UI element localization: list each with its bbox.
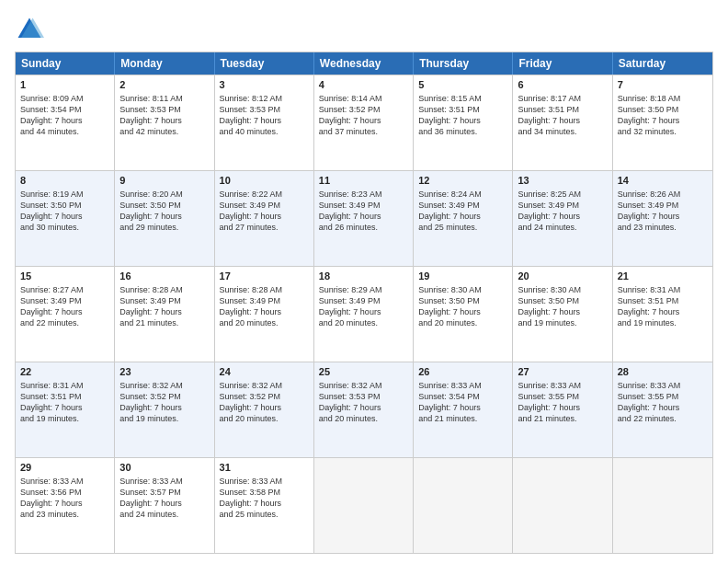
cell-line: and 32 minutes. — [618, 126, 708, 137]
cell-line: Sunset: 3:53 PM — [220, 104, 309, 115]
calendar: SundayMondayTuesdayWednesdayThursdayFrid… — [15, 52, 713, 554]
cell-line: Sunrise: 8:15 AM — [418, 93, 507, 104]
cell-line: Sunset: 3:50 PM — [618, 104, 708, 115]
empty-cell — [314, 458, 414, 553]
calendar-cell: 10Sunrise: 8:22 AMSunset: 3:49 PMDayligh… — [215, 171, 314, 266]
cell-line: Sunset: 3:49 PM — [319, 295, 408, 306]
cell-line: Daylight: 7 hours — [518, 306, 607, 317]
day-of-week-header: Tuesday — [215, 52, 314, 75]
day-number: 31 — [220, 461, 309, 475]
cell-line: Daylight: 7 hours — [319, 211, 408, 222]
day-number: 15 — [20, 270, 109, 283]
cell-line: Daylight: 7 hours — [418, 306, 507, 317]
cell-line: Sunrise: 8:33 AM — [618, 380, 708, 391]
cell-line: Sunrise: 8:18 AM — [618, 93, 708, 104]
calendar-row: 15Sunrise: 8:27 AMSunset: 3:49 PMDayligh… — [16, 266, 712, 362]
calendar-cell: 5Sunrise: 8:15 AMSunset: 3:51 PMDaylight… — [414, 75, 513, 170]
calendar-cell: 1Sunrise: 8:09 AMSunset: 3:54 PMDaylight… — [16, 75, 115, 170]
day-number: 22 — [20, 365, 109, 379]
cell-line: Sunrise: 8:26 AM — [618, 189, 708, 200]
cell-line: Daylight: 7 hours — [518, 211, 607, 222]
day-number: 17 — [220, 270, 309, 283]
empty-cell — [613, 458, 712, 553]
cell-line: and 20 minutes. — [319, 317, 408, 328]
cell-line: Sunset: 3:49 PM — [20, 295, 109, 306]
cell-line: and 20 minutes. — [319, 413, 408, 424]
cell-line: Daylight: 7 hours — [418, 402, 507, 413]
cell-line: and 21 minutes. — [119, 317, 209, 328]
cell-line: Sunset: 3:54 PM — [20, 104, 109, 115]
calendar-row: 1Sunrise: 8:09 AMSunset: 3:54 PMDaylight… — [16, 75, 712, 170]
cell-line: Daylight: 7 hours — [119, 115, 209, 126]
cell-line: Sunrise: 8:20 AM — [119, 189, 209, 200]
cell-line: and 20 minutes. — [220, 413, 309, 424]
calendar-cell: 7Sunrise: 8:18 AMSunset: 3:50 PMDaylight… — [613, 75, 712, 170]
calendar-cell: 31Sunrise: 8:33 AMSunset: 3:58 PMDayligh… — [215, 458, 314, 553]
header — [15, 15, 713, 44]
cell-line: Daylight: 7 hours — [618, 402, 708, 413]
cell-line: and 40 minutes. — [220, 126, 309, 137]
calendar-cell: 15Sunrise: 8:27 AMSunset: 3:49 PMDayligh… — [16, 267, 115, 362]
cell-line: Sunrise: 8:33 AM — [418, 380, 507, 391]
cell-line: Sunset: 3:52 PM — [319, 104, 408, 115]
calendar-cell: 22Sunrise: 8:31 AMSunset: 3:51 PMDayligh… — [16, 362, 115, 457]
calendar-cell: 12Sunrise: 8:24 AMSunset: 3:49 PMDayligh… — [414, 171, 513, 266]
cell-line: Sunset: 3:57 PM — [119, 487, 209, 498]
cell-line: and 24 minutes. — [119, 509, 209, 520]
cell-line: and 37 minutes. — [319, 126, 408, 137]
calendar-cell: 23Sunrise: 8:32 AMSunset: 3:52 PMDayligh… — [115, 362, 214, 457]
cell-line: Sunset: 3:50 PM — [20, 200, 109, 211]
cell-line: Daylight: 7 hours — [119, 402, 209, 413]
day-of-week-header: Saturday — [613, 52, 712, 75]
cell-line: Sunset: 3:54 PM — [418, 391, 507, 402]
calendar-cell: 13Sunrise: 8:25 AMSunset: 3:49 PMDayligh… — [513, 171, 612, 266]
day-number: 3 — [220, 78, 309, 92]
day-number: 21 — [618, 270, 708, 283]
calendar-cell: 25Sunrise: 8:32 AMSunset: 3:53 PMDayligh… — [314, 362, 414, 457]
day-number: 6 — [518, 78, 607, 92]
cell-line: Daylight: 7 hours — [418, 211, 507, 222]
day-number: 13 — [518, 174, 607, 188]
day-number: 24 — [220, 365, 309, 379]
cell-line: Sunrise: 8:31 AM — [20, 380, 109, 391]
calendar-body: 1Sunrise: 8:09 AMSunset: 3:54 PMDaylight… — [16, 75, 712, 553]
day-number: 9 — [119, 174, 209, 188]
cell-line: and 25 minutes. — [220, 509, 309, 520]
calendar-cell: 24Sunrise: 8:32 AMSunset: 3:52 PMDayligh… — [215, 362, 314, 457]
cell-line: Sunset: 3:50 PM — [418, 295, 507, 306]
day-number: 26 — [418, 365, 507, 379]
cell-line: Sunrise: 8:22 AM — [220, 189, 309, 200]
cell-line: and 21 minutes. — [418, 413, 507, 424]
cell-line: and 36 minutes. — [418, 126, 507, 137]
calendar-cell: 3Sunrise: 8:12 AMSunset: 3:53 PMDaylight… — [215, 75, 314, 170]
day-number: 28 — [618, 365, 708, 379]
logo-icon — [15, 15, 44, 44]
cell-line: Daylight: 7 hours — [618, 211, 708, 222]
calendar-row: 8Sunrise: 8:19 AMSunset: 3:50 PMDaylight… — [16, 170, 712, 266]
cell-line: Sunrise: 8:28 AM — [220, 284, 309, 295]
cell-line: Daylight: 7 hours — [220, 115, 309, 126]
cell-line: Sunset: 3:50 PM — [518, 295, 607, 306]
cell-line: Daylight: 7 hours — [220, 402, 309, 413]
cell-line: and 25 minutes. — [418, 222, 507, 233]
day-of-week-header: Thursday — [414, 52, 513, 75]
cell-line: Sunrise: 8:33 AM — [119, 476, 209, 487]
cell-line: Sunset: 3:51 PM — [20, 391, 109, 402]
cell-line: Sunset: 3:53 PM — [119, 104, 209, 115]
cell-line: Daylight: 7 hours — [618, 115, 708, 126]
cell-line: Sunset: 3:49 PM — [319, 200, 408, 211]
day-number: 29 — [20, 461, 109, 475]
day-number: 19 — [418, 270, 507, 283]
logo — [15, 15, 48, 44]
cell-line: Daylight: 7 hours — [20, 211, 109, 222]
calendar-cell: 18Sunrise: 8:29 AMSunset: 3:49 PMDayligh… — [314, 267, 414, 362]
day-number: 27 — [518, 365, 607, 379]
cell-line: Sunrise: 8:30 AM — [418, 284, 507, 295]
calendar-cell: 2Sunrise: 8:11 AMSunset: 3:53 PMDaylight… — [115, 75, 214, 170]
cell-line: and 20 minutes. — [418, 317, 507, 328]
calendar-cell: 14Sunrise: 8:26 AMSunset: 3:49 PMDayligh… — [613, 171, 712, 266]
cell-line: Sunset: 3:49 PM — [220, 295, 309, 306]
cell-line: Sunrise: 8:32 AM — [319, 380, 408, 391]
cell-line: Sunrise: 8:11 AM — [119, 93, 209, 104]
calendar-cell: 20Sunrise: 8:30 AMSunset: 3:50 PMDayligh… — [513, 267, 612, 362]
